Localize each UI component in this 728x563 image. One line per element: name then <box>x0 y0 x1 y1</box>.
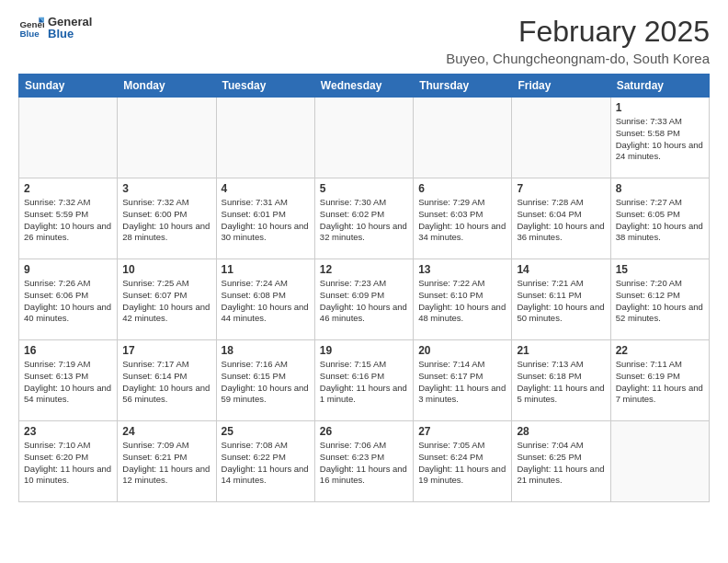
day-detail: Sunrise: 7:28 AM Sunset: 6:04 PM Dayligh… <box>517 197 605 244</box>
col-header-friday: Friday <box>512 75 610 98</box>
col-header-wednesday: Wednesday <box>314 75 413 98</box>
day-cell: 13Sunrise: 7:22 AM Sunset: 6:10 PM Dayli… <box>414 259 512 340</box>
col-header-sunday: Sunday <box>19 75 118 98</box>
day-cell: 26Sunrise: 7:06 AM Sunset: 6:23 PM Dayli… <box>314 421 413 502</box>
col-header-monday: Monday <box>118 75 216 98</box>
day-number: 20 <box>418 344 506 357</box>
day-detail: Sunrise: 7:25 AM Sunset: 6:07 PM Dayligh… <box>122 278 210 325</box>
page: General Blue General Blue February 2025 … <box>0 0 728 517</box>
day-cell: 9Sunrise: 7:26 AM Sunset: 6:06 PM Daylig… <box>19 259 118 340</box>
calendar-table: SundayMondayTuesdayWednesdayThursdayFrid… <box>18 74 710 502</box>
day-detail: Sunrise: 7:13 AM Sunset: 6:18 PM Dayligh… <box>517 359 605 406</box>
day-cell <box>314 98 413 178</box>
day-detail: Sunrise: 7:06 AM Sunset: 6:23 PM Dayligh… <box>320 440 408 487</box>
day-cell <box>512 98 610 178</box>
day-detail: Sunrise: 7:20 AM Sunset: 6:12 PM Dayligh… <box>616 278 704 325</box>
day-cell: 11Sunrise: 7:24 AM Sunset: 6:08 PM Dayli… <box>216 259 314 340</box>
title-block: February 2025 Buyeo, Chungcheongnam-do, … <box>446 15 710 66</box>
day-detail: Sunrise: 7:04 AM Sunset: 6:25 PM Dayligh… <box>517 440 605 487</box>
day-number: 1 <box>616 101 704 114</box>
day-cell: 16Sunrise: 7:19 AM Sunset: 6:13 PM Dayli… <box>19 340 118 421</box>
day-number: 23 <box>24 425 112 438</box>
day-cell: 28Sunrise: 7:04 AM Sunset: 6:25 PM Dayli… <box>512 421 610 502</box>
logo-blue: Blue <box>48 27 92 40</box>
col-header-thursday: Thursday <box>414 75 512 98</box>
day-number: 3 <box>122 182 210 195</box>
day-cell <box>118 98 216 178</box>
day-cell: 22Sunrise: 7:11 AM Sunset: 6:19 PM Dayli… <box>610 340 709 421</box>
day-number: 13 <box>418 263 506 276</box>
day-detail: Sunrise: 7:10 AM Sunset: 6:20 PM Dayligh… <box>24 440 112 487</box>
day-number: 4 <box>222 182 310 195</box>
day-number: 24 <box>122 425 210 438</box>
day-cell: 12Sunrise: 7:23 AM Sunset: 6:09 PM Dayli… <box>314 259 413 340</box>
week-row-1: 1Sunrise: 7:33 AM Sunset: 5:58 PM Daylig… <box>19 98 710 178</box>
day-number: 21 <box>517 344 605 357</box>
day-cell <box>19 98 118 178</box>
day-cell <box>610 421 709 502</box>
day-number: 19 <box>320 344 408 357</box>
day-number: 2 <box>24 182 112 195</box>
location: Buyeo, Chungcheongnam-do, South Korea <box>446 51 710 66</box>
day-detail: Sunrise: 7:05 AM Sunset: 6:24 PM Dayligh… <box>418 440 506 487</box>
day-number: 26 <box>320 425 408 438</box>
day-number: 11 <box>222 263 310 276</box>
day-number: 8 <box>616 182 704 195</box>
day-detail: Sunrise: 7:08 AM Sunset: 6:22 PM Dayligh… <box>222 440 310 487</box>
day-detail: Sunrise: 7:24 AM Sunset: 6:08 PM Dayligh… <box>222 278 310 325</box>
day-detail: Sunrise: 7:33 AM Sunset: 5:58 PM Dayligh… <box>616 116 704 163</box>
day-cell: 15Sunrise: 7:20 AM Sunset: 6:12 PM Dayli… <box>610 259 709 340</box>
week-row-2: 2Sunrise: 7:32 AM Sunset: 5:59 PM Daylig… <box>19 178 710 259</box>
day-detail: Sunrise: 7:32 AM Sunset: 5:59 PM Dayligh… <box>24 197 112 244</box>
day-cell: 5Sunrise: 7:30 AM Sunset: 6:02 PM Daylig… <box>314 178 413 259</box>
day-detail: Sunrise: 7:11 AM Sunset: 6:19 PM Dayligh… <box>616 359 704 406</box>
day-cell: 1Sunrise: 7:33 AM Sunset: 5:58 PM Daylig… <box>610 98 709 178</box>
day-cell: 14Sunrise: 7:21 AM Sunset: 6:11 PM Dayli… <box>512 259 610 340</box>
day-detail: Sunrise: 7:19 AM Sunset: 6:13 PM Dayligh… <box>24 359 112 406</box>
day-cell: 4Sunrise: 7:31 AM Sunset: 6:01 PM Daylig… <box>216 178 314 259</box>
day-number: 14 <box>517 263 605 276</box>
day-number: 18 <box>222 344 310 357</box>
day-cell: 7Sunrise: 7:28 AM Sunset: 6:04 PM Daylig… <box>512 178 610 259</box>
col-header-tuesday: Tuesday <box>216 75 314 98</box>
day-cell: 2Sunrise: 7:32 AM Sunset: 5:59 PM Daylig… <box>19 178 118 259</box>
day-detail: Sunrise: 7:30 AM Sunset: 6:02 PM Dayligh… <box>320 197 408 244</box>
day-cell: 25Sunrise: 7:08 AM Sunset: 6:22 PM Dayli… <box>216 421 314 502</box>
day-detail: Sunrise: 7:26 AM Sunset: 6:06 PM Dayligh… <box>24 278 112 325</box>
day-detail: Sunrise: 7:27 AM Sunset: 6:05 PM Dayligh… <box>616 197 704 244</box>
month-title: February 2025 <box>446 15 710 49</box>
day-cell: 20Sunrise: 7:14 AM Sunset: 6:17 PM Dayli… <box>414 340 512 421</box>
day-number: 9 <box>24 263 112 276</box>
day-cell: 6Sunrise: 7:29 AM Sunset: 6:03 PM Daylig… <box>414 178 512 259</box>
week-row-3: 9Sunrise: 7:26 AM Sunset: 6:06 PM Daylig… <box>19 259 710 340</box>
day-cell: 10Sunrise: 7:25 AM Sunset: 6:07 PM Dayli… <box>118 259 216 340</box>
col-header-saturday: Saturday <box>610 75 709 98</box>
day-number: 7 <box>517 182 605 195</box>
day-cell: 3Sunrise: 7:32 AM Sunset: 6:00 PM Daylig… <box>118 178 216 259</box>
day-detail: Sunrise: 7:22 AM Sunset: 6:10 PM Dayligh… <box>418 278 506 325</box>
day-cell: 24Sunrise: 7:09 AM Sunset: 6:21 PM Dayli… <box>118 421 216 502</box>
header: General Blue General Blue February 2025 … <box>18 15 710 66</box>
day-cell: 21Sunrise: 7:13 AM Sunset: 6:18 PM Dayli… <box>512 340 610 421</box>
day-detail: Sunrise: 7:31 AM Sunset: 6:01 PM Dayligh… <box>222 197 310 244</box>
day-cell: 23Sunrise: 7:10 AM Sunset: 6:20 PM Dayli… <box>19 421 118 502</box>
day-cell: 8Sunrise: 7:27 AM Sunset: 6:05 PM Daylig… <box>610 178 709 259</box>
day-number: 22 <box>616 344 704 357</box>
day-number: 25 <box>222 425 310 438</box>
logo-icon: General Blue <box>18 15 44 40</box>
day-number: 5 <box>320 182 408 195</box>
day-cell <box>414 98 512 178</box>
day-detail: Sunrise: 7:14 AM Sunset: 6:17 PM Dayligh… <box>418 359 506 406</box>
day-number: 27 <box>418 425 506 438</box>
day-detail: Sunrise: 7:32 AM Sunset: 6:00 PM Dayligh… <box>122 197 210 244</box>
day-number: 6 <box>418 182 506 195</box>
week-row-5: 23Sunrise: 7:10 AM Sunset: 6:20 PM Dayli… <box>19 421 710 502</box>
day-detail: Sunrise: 7:15 AM Sunset: 6:16 PM Dayligh… <box>320 359 408 406</box>
day-cell: 27Sunrise: 7:05 AM Sunset: 6:24 PM Dayli… <box>414 421 512 502</box>
day-cell: 17Sunrise: 7:17 AM Sunset: 6:14 PM Dayli… <box>118 340 216 421</box>
logo: General Blue General Blue <box>18 15 92 40</box>
day-detail: Sunrise: 7:17 AM Sunset: 6:14 PM Dayligh… <box>122 359 210 406</box>
week-row-4: 16Sunrise: 7:19 AM Sunset: 6:13 PM Dayli… <box>19 340 710 421</box>
day-number: 15 <box>616 263 704 276</box>
day-detail: Sunrise: 7:09 AM Sunset: 6:21 PM Dayligh… <box>122 440 210 487</box>
